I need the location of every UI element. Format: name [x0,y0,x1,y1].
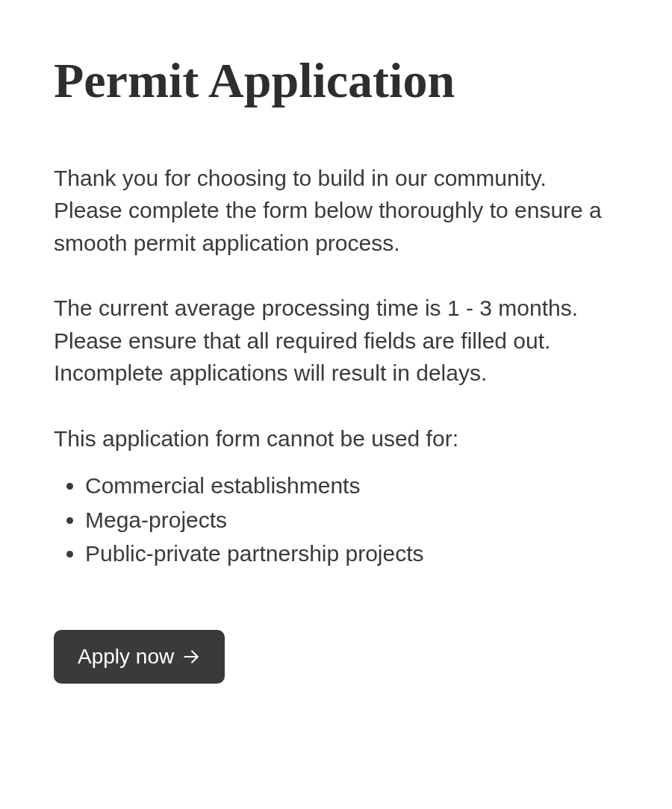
apply-button-label: Apply now [78,645,174,669]
list-item: Public-private partnership projects [85,537,618,570]
intro-paragraph-1: Thank you for choosing to build in our c… [54,162,618,260]
intro-paragraph-2: The current average processing time is 1… [54,292,618,390]
list-item: Commercial establishments [85,469,618,502]
exclusion-heading: This application form cannot be used for… [54,422,618,455]
exclusion-list: Commercial establishments Mega-projects … [54,469,618,570]
list-item: Mega-projects [85,504,618,537]
page-title: Permit Application [54,54,618,108]
arrow-right-icon [181,647,201,666]
apply-now-button[interactable]: Apply now [54,630,225,684]
